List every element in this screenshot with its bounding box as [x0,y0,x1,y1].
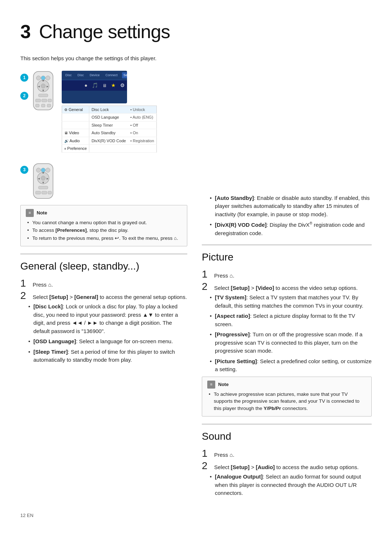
general-step2-text: Select [Setup] > [General] to access the… [33,293,187,301]
note-item-3: To return to the previous menu, press ↩.… [27,235,182,242]
sound-divider [202,424,372,424]
sound-bullet-analogue: [Analogue Output]: Select an audio forma… [210,473,372,497]
item-osd-lang: OSD Language [89,114,128,122]
remote-diagram-3: ▲ ▼ ◄ ► [30,163,56,199]
sound-step1-num: 1 [202,448,211,459]
remotes-row: 1 2 ▲ ▼ ◄ ► [20,71,187,157]
general-bullet-list: [Disc Lock]: Lock or unlock a disc for p… [20,303,187,364]
note-header-1: ≡ Note [26,209,182,217]
picture-section-title: Picture [202,250,372,265]
svg-point-5 [41,84,45,88]
val-unlock: • Unlock [128,106,156,114]
note-list-1: You cannot change a menu option that is … [26,219,182,242]
picture-step1-text: Press ⌂. [214,272,234,280]
menu-tab-connect: Connect [104,72,119,79]
chapter-number: 3 [20,21,30,42]
note-box-1: ≡ Note You cannot change a menu option t… [20,205,187,247]
svg-rect-11 [36,99,41,102]
general-bullet-auto-standby: [Auto Standby]: Enable or disable auto s… [210,194,372,219]
general-step1-num: 1 [20,278,29,288]
picture-bullet-aspect: [Aspect ratio]: Select a picture display… [210,312,372,328]
picture-step2-num: 2 [202,282,211,292]
svg-rect-14 [36,104,39,107]
cat-video: 🖥 Video [62,129,89,137]
picture-bullet-tv: [TV System]: Select a TV system that mat… [210,294,372,310]
step-badge-3: 3 [20,166,28,174]
cat-general: ⚙ General [62,106,89,114]
general-step1-row: 1 Press ⌂. [20,278,187,289]
svg-text:▼: ▼ [42,181,45,184]
svg-text:◄: ◄ [37,177,40,180]
general-step2-num: 2 [20,291,29,301]
sound-step1-text: Press ⌂. [214,451,234,459]
step-badge-2: 2 [20,92,28,100]
svg-rect-16 [47,104,51,107]
sound-step2-num: 2 [202,461,211,471]
svg-text:▲: ▲ [42,79,45,82]
general-bullet-divx: [DivX(R) VOD Code]: Display the DivX® re… [210,221,372,237]
menu-tab-disc2: Disc [76,72,86,79]
cat-audio: 🔊 Audio [62,137,89,145]
sound-step1-row: 1 Press ⌂. [202,448,372,459]
general-step1-text: Press ⌂. [33,281,53,289]
step3-remote-area: 3 ▲ ▼ ◄ ► [20,163,187,199]
picture-step1-row: 1 Press ⌂. [202,269,372,280]
val-on: • On [128,129,156,137]
picture-bullet-progressive: [Progressive]: Turn on or off the progre… [210,331,372,355]
general-section-title: General (sleep, standby...) [20,259,187,274]
note-box-2: ≡ Note To achieve progressive scan pictu… [202,377,372,417]
cat-empty1 [62,114,89,122]
general-bullet-1: [Disc Lock]: Lock or unlock a disc for p… [28,303,187,335]
picture-bullet-list: [TV System]: Select a TV system that mat… [202,294,372,374]
picture-step2-row: 2 Select [Setup] > [Video] to access the… [202,282,372,292]
menu-screenshot: Disc Disc Device Connect Setup ● 🎵 🖥 ★ ⚙ [62,71,127,103]
menu-screenshot-area: Disc Disc Device Connect Setup ● 🎵 🖥 ★ ⚙ [62,71,157,157]
note-header-2: ≡ Note [207,381,366,389]
svg-point-18 [36,168,41,172]
svg-text:►: ► [46,85,49,88]
general-bullet-3: [Sleep Timer]: Set a period of time for … [28,348,187,364]
svg-rect-13 [48,99,52,102]
svg-text:►: ► [46,177,49,180]
menu-tab-device: Device [88,72,101,79]
step-badge-1: 1 [20,74,28,82]
svg-rect-12 [42,99,47,102]
svg-rect-27 [38,186,48,189]
svg-text:▲: ▲ [42,171,45,174]
val-pref-empty [128,145,156,153]
item-sleep-timer: Sleep Timer [89,121,128,129]
svg-point-3 [46,76,50,80]
page-footer: 12 EN [20,512,372,519]
picture-step2-text: Select [Setup] > [Video] to access the v… [214,284,358,292]
val-registration: • Registration [128,137,156,145]
item-divx-vod: DivX(R) VOD Code [89,137,128,145]
svg-rect-15 [41,104,45,107]
sound-step2-row: 2 Select [Setup] > [Audio] to access the… [202,461,372,472]
svg-text:◄: ◄ [37,85,40,88]
chapter-title: 3 Change settings [20,17,372,46]
item-pref-empty [89,145,128,153]
step1-2-remote-area: 1 2 ▲ ▼ ◄ ► [20,71,56,111]
svg-rect-28 [36,191,41,194]
settings-table: ⚙ General Disc Lock • Unlock OSD Languag… [62,106,157,153]
cat-pref: ≡ Preference [62,145,89,153]
svg-point-22 [41,176,45,180]
right-column: [Auto Standby]: Enable or disable auto s… [202,71,372,500]
note-list-2: To achieve progressive scan pictures, ma… [207,391,366,412]
note-item-1: You cannot change a menu option that is … [27,219,182,226]
sound-bullet-list: [Analogue Output]: Select an audio forma… [202,473,372,497]
chapter-title-text: Change settings [39,21,170,42]
note-label-2: Note [218,381,229,388]
note-icon-2: ≡ [207,381,215,389]
general-step2-row: 2 Select [Setup] > [General] to access t… [20,291,187,301]
note-label-1: Note [37,209,47,217]
val-off: • Off [128,121,156,129]
picture-step1-num: 1 [202,269,211,279]
general-divider [20,254,187,254]
sound-step2-text: Select [Setup] > [Audio] to access the a… [214,463,359,472]
val-auto-eng: • Auto (ENG) [128,114,156,122]
svg-rect-10 [38,94,48,97]
svg-rect-30 [48,191,52,194]
menu-tab-disc1: Disc [64,72,73,79]
item-disc-lock: Disc Lock [89,106,128,114]
